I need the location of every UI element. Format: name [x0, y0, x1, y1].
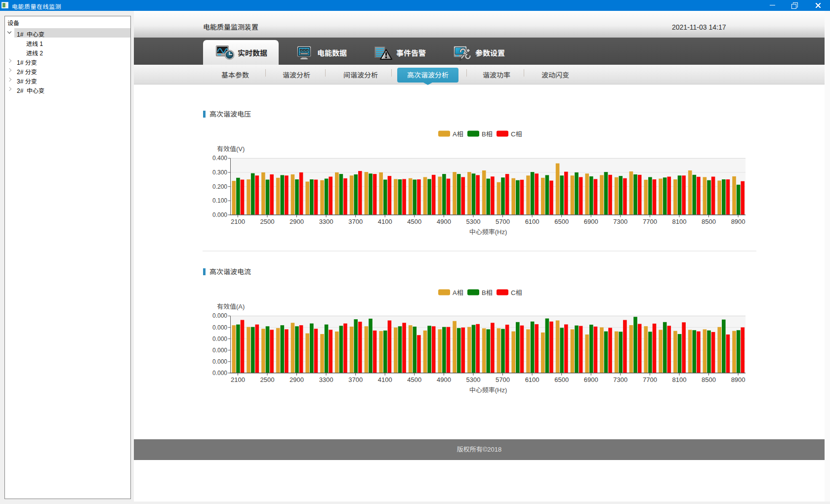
svg-text:4500: 4500 — [407, 376, 421, 383]
svg-text:7300: 7300 — [613, 376, 627, 383]
svg-text:8900: 8900 — [731, 218, 746, 225]
svg-text:C相: C相 — [511, 130, 522, 138]
svg-text:8500: 8500 — [702, 218, 716, 225]
svg-text:8900: 8900 — [731, 376, 746, 383]
svg-text:0.000: 0.000 — [212, 347, 227, 354]
svg-text:4100: 4100 — [378, 218, 392, 225]
svg-text:5300: 5300 — [466, 218, 481, 225]
svg-text:有效值(V): 有效值(V) — [217, 145, 245, 153]
svg-text:B相: B相 — [482, 130, 493, 138]
svg-text:6100: 6100 — [525, 218, 540, 225]
svg-text:4100: 4100 — [378, 376, 392, 383]
svg-text:4500: 4500 — [407, 218, 421, 225]
svg-text:3300: 3300 — [319, 218, 333, 225]
svg-text:6100: 6100 — [525, 376, 540, 383]
svg-text:0.400: 0.400 — [212, 155, 227, 162]
svg-text:5700: 5700 — [496, 376, 510, 383]
svg-text:7300: 7300 — [613, 218, 627, 225]
svg-text:4900: 4900 — [437, 376, 451, 383]
svg-text:2900: 2900 — [290, 218, 304, 225]
svg-text:B相: B相 — [482, 289, 493, 296]
svg-text:5300: 5300 — [466, 376, 481, 383]
svg-text:6900: 6900 — [584, 376, 598, 383]
svg-text:2100: 2100 — [231, 376, 245, 383]
svg-text:0.300: 0.300 — [212, 169, 227, 176]
svg-text:0.200: 0.200 — [212, 183, 227, 190]
svg-text:8500: 8500 — [702, 376, 716, 383]
svg-text:2500: 2500 — [260, 376, 275, 383]
svg-text:0.000: 0.000 — [212, 211, 227, 218]
svg-text:6900: 6900 — [584, 218, 598, 225]
svg-text:3700: 3700 — [348, 376, 363, 383]
svg-text:高次谐波电压: 高次谐波电压 — [209, 110, 251, 118]
svg-text:2500: 2500 — [260, 218, 275, 225]
svg-text:8100: 8100 — [672, 218, 687, 225]
svg-text:C相: C相 — [511, 289, 522, 296]
svg-text:8100: 8100 — [672, 376, 687, 383]
svg-text:A相: A相 — [453, 130, 463, 138]
svg-text:0.100: 0.100 — [212, 197, 227, 204]
svg-text:0.000: 0.000 — [212, 370, 227, 377]
svg-text:3700: 3700 — [348, 218, 363, 225]
svg-text:高次谐波电流: 高次谐波电流 — [209, 268, 251, 276]
svg-text:2100: 2100 — [231, 218, 245, 225]
svg-text:3300: 3300 — [319, 376, 333, 383]
svg-text:7700: 7700 — [643, 376, 657, 383]
svg-text:0.000: 0.000 — [212, 358, 227, 365]
svg-text:6500: 6500 — [554, 218, 569, 225]
svg-text:6500: 6500 — [554, 376, 569, 383]
svg-text:4900: 4900 — [437, 218, 451, 225]
svg-text:中心频率(Hz): 中心频率(Hz) — [469, 228, 507, 236]
svg-text:5700: 5700 — [496, 218, 510, 225]
svg-text:A相: A相 — [453, 289, 463, 296]
svg-text:2900: 2900 — [290, 376, 304, 383]
svg-text:有效值(A): 有效值(A) — [217, 303, 245, 310]
svg-text:7700: 7700 — [643, 218, 657, 225]
svg-text:0.000: 0.000 — [212, 324, 227, 331]
svg-text:0.000: 0.000 — [212, 336, 227, 342]
svg-text:中心频率(Hz): 中心频率(Hz) — [469, 386, 507, 394]
svg-text:0.000: 0.000 — [212, 312, 227, 319]
